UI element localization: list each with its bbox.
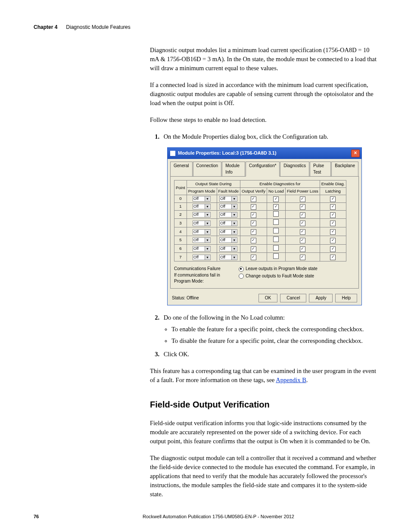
- fault-mode-select[interactable]: Off▼: [219, 212, 237, 218]
- fault-mode-select[interactable]: Off▼: [219, 246, 237, 252]
- no-load-checkbox[interactable]: [273, 253, 279, 259]
- fault-mode-select[interactable]: Off▼: [219, 229, 237, 235]
- radio-change-outputs[interactable]: Change outputs to Fault Mode state: [239, 273, 318, 280]
- fault-mode-select[interactable]: Off▼: [219, 221, 237, 226]
- field-power-loss-checkbox[interactable]: [300, 229, 305, 235]
- program-mode-select[interactable]: Off▼: [193, 221, 211, 226]
- chevron-down-icon: ▼: [205, 196, 210, 201]
- latching-checkbox[interactable]: [330, 255, 336, 260]
- chevron-down-icon: ▼: [231, 255, 237, 260]
- cell-latching: [320, 244, 346, 253]
- cancel-button[interactable]: Cancel: [280, 294, 306, 303]
- fault-mode-select[interactable]: Off▼: [219, 196, 237, 202]
- cell-output-verify: [240, 210, 267, 219]
- latching-checkbox[interactable]: [330, 196, 336, 202]
- col-fault-mode: Fault Mode: [217, 187, 240, 195]
- tab-configuration[interactable]: Configuration*: [246, 162, 280, 177]
- close-icon[interactable]: ×: [351, 149, 360, 157]
- field-power-loss-checkbox[interactable]: [300, 196, 305, 202]
- fault-mode-select[interactable]: Off▼: [219, 237, 237, 243]
- running-header: Chapter 4 Diagnostic Module Features: [34, 24, 377, 30]
- chevron-down-icon: ▼: [231, 238, 237, 243]
- no-load-checkbox[interactable]: [273, 196, 279, 202]
- cell-output-verify: [240, 195, 267, 202]
- help-button[interactable]: Help: [335, 294, 357, 303]
- field-power-loss-checkbox[interactable]: [300, 212, 305, 218]
- output-verify-checkbox[interactable]: [251, 246, 256, 252]
- tab-module-info[interactable]: Module Info: [222, 162, 245, 176]
- field-power-loss-checkbox[interactable]: [300, 255, 305, 260]
- cell-latching: [320, 202, 346, 210]
- no-load-checkbox[interactable]: [273, 228, 279, 233]
- program-mode-select[interactable]: Off▼: [193, 237, 211, 243]
- field-power-loss-checkbox[interactable]: [300, 238, 305, 243]
- tab-connection[interactable]: Connection: [193, 162, 222, 176]
- fault-mode-select[interactable]: Off▼: [219, 255, 237, 260]
- cell-no-load: [267, 210, 285, 219]
- tab-body: Point Output State During Enable Diagnos…: [170, 176, 359, 289]
- tab-pulse-test[interactable]: Pulse Test: [310, 162, 331, 176]
- output-verify-checkbox[interactable]: [251, 221, 256, 226]
- tab-backplane[interactable]: Backplane: [331, 162, 358, 176]
- table-row: 0Off▼Off▼: [174, 195, 346, 202]
- no-load-checkbox[interactable]: [273, 219, 279, 225]
- paragraph: This feature has a corresponding tag tha…: [150, 367, 377, 385]
- tab-general[interactable]: General: [170, 162, 193, 176]
- col-no-load: No Load: [267, 187, 285, 195]
- cell-fault-mode: Off▼: [217, 219, 240, 227]
- field-power-loss-checkbox[interactable]: [300, 221, 305, 226]
- cell-field-power-loss: [285, 202, 320, 210]
- output-verify-checkbox[interactable]: [251, 204, 256, 210]
- no-load-checkbox[interactable]: [273, 236, 279, 242]
- chevron-down-icon: ▼: [205, 230, 210, 234]
- paragraph: Diagnostic output modules list a minimum…: [150, 46, 377, 73]
- cell-latching: [320, 236, 346, 244]
- no-load-checkbox[interactable]: [273, 211, 279, 217]
- cell-program-mode: Off▼: [187, 202, 217, 210]
- latching-checkbox[interactable]: [330, 229, 336, 235]
- group-enable-diag-latch: Enable Diag.: [320, 180, 346, 188]
- chevron-down-icon: ▼: [205, 255, 210, 260]
- radio-leave-outputs[interactable]: Leave outputs in Program Mode state: [239, 266, 318, 272]
- app-icon: [170, 151, 175, 156]
- field-power-loss-checkbox[interactable]: [300, 246, 305, 252]
- cell-point: 1: [174, 202, 187, 210]
- ok-button[interactable]: OK: [258, 294, 277, 303]
- group-enable-diag: Enable Diagnostics for: [240, 180, 320, 188]
- program-mode-select[interactable]: Off▼: [193, 229, 211, 235]
- cell-point: 2: [174, 210, 187, 219]
- cell-field-power-loss: [285, 227, 320, 236]
- cell-output-verify: [240, 244, 267, 253]
- tab-strip: General Connection Module Info Configura…: [168, 159, 361, 176]
- cell-fault-mode: Off▼: [217, 236, 240, 244]
- appendix-link[interactable]: Appendix B: [276, 376, 306, 383]
- latching-checkbox[interactable]: [330, 212, 336, 218]
- table-row: 7Off▼Off▼: [174, 253, 346, 261]
- latching-checkbox[interactable]: [330, 221, 336, 226]
- program-mode-select[interactable]: Off▼: [193, 196, 211, 202]
- output-verify-checkbox[interactable]: [251, 255, 256, 260]
- program-mode-select[interactable]: Off▼: [193, 204, 211, 209]
- output-verify-checkbox[interactable]: [251, 229, 256, 235]
- latching-checkbox[interactable]: [330, 204, 336, 210]
- output-verify-checkbox[interactable]: [251, 196, 256, 202]
- cell-output-verify: [240, 202, 267, 210]
- cell-output-verify: [240, 236, 267, 244]
- cell-no-load: [267, 236, 285, 244]
- program-mode-select[interactable]: Off▼: [193, 255, 211, 260]
- no-load-checkbox[interactable]: [273, 204, 279, 210]
- output-verify-checkbox[interactable]: [251, 212, 256, 218]
- output-verify-checkbox[interactable]: [251, 238, 256, 243]
- program-mode-select[interactable]: Off▼: [193, 212, 211, 218]
- latching-checkbox[interactable]: [330, 238, 336, 243]
- chevron-down-icon: ▼: [231, 230, 237, 234]
- no-load-checkbox[interactable]: [273, 245, 279, 251]
- program-mode-select[interactable]: Off▼: [193, 246, 211, 252]
- field-power-loss-checkbox[interactable]: [300, 204, 305, 210]
- step-item: 1. On the Module Properties dialog box, …: [150, 132, 377, 305]
- latching-checkbox[interactable]: [330, 246, 336, 252]
- fault-mode-select[interactable]: Off▼: [219, 204, 237, 209]
- tab-diagnostics[interactable]: Diagnostics: [280, 162, 309, 176]
- apply-button[interactable]: Apply: [309, 294, 333, 303]
- chapter-title: Diagnostic Module Features: [66, 24, 130, 30]
